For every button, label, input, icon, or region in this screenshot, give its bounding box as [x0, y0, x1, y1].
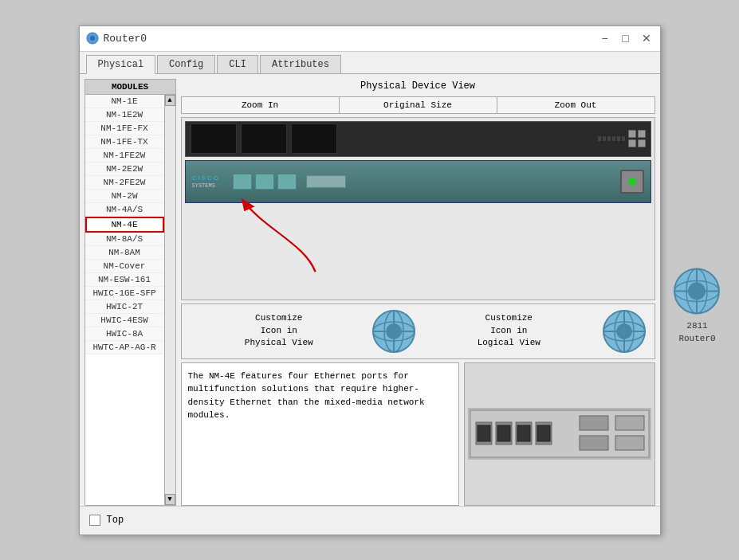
tab-cli[interactable]: CLI — [217, 55, 258, 73]
serial-ports — [306, 175, 346, 188]
cisco-logo: CISCO — [192, 174, 220, 182]
right-panel: Physical Device View Zoom In Original Si… — [181, 79, 655, 506]
port-row-1 — [628, 130, 646, 138]
top-right-ports — [628, 130, 646, 147]
title-bar: Router0 − □ ✕ — [80, 26, 660, 52]
main-window: Router0 − □ ✕ Physical Config CLI Attrib… — [79, 25, 661, 535]
power-button[interactable] — [620, 170, 644, 194]
module-item[interactable]: NM-2E2W — [85, 163, 164, 176]
module-item[interactable]: NM-1FE-FX — [85, 122, 164, 135]
cisco-branding: CISCO SYSTEMS — [192, 174, 220, 189]
vent-2 — [603, 136, 606, 141]
module-item[interactable]: NM-8AM — [85, 246, 164, 260]
physical-router-icon[interactable] — [370, 307, 418, 355]
main-port-2 — [255, 174, 274, 190]
logical-router-icon[interactable] — [600, 307, 648, 355]
vent-6 — [622, 136, 625, 141]
customize-logical-text: CustomizeIcon inLogical View — [418, 312, 600, 349]
description-row: The NM-4E features four Ethernet ports f… — [181, 362, 655, 506]
module-item[interactable]: HWIC-1GE-SFP — [85, 287, 164, 300]
cisco-subtitle: SYSTEMS — [192, 182, 215, 189]
module-item[interactable]: HWIC-2T — [85, 300, 164, 314]
module-item[interactable]: NM-Cover — [85, 260, 164, 273]
zoom-in-button[interactable]: Zoom In — [182, 97, 340, 113]
module-image-box — [464, 362, 655, 506]
scroll-track — [165, 106, 175, 494]
router-main-chassis: CISCO SYSTEMS — [185, 160, 651, 203]
svg-rect-27 — [517, 425, 530, 441]
top-checkbox[interactable] — [89, 515, 100, 526]
router-display: CISCO SYSTEMS — [181, 117, 655, 300]
svg-rect-23 — [615, 416, 644, 430]
tab-config[interactable]: Config — [157, 55, 215, 73]
module-description: The NM-4E features four Ethernet ports f… — [181, 362, 459, 506]
vent-4 — [612, 136, 615, 141]
slot-3 — [291, 123, 337, 154]
modules-scroll-wrapper: NM-1ENM-1E2WNM-1FE-FXNM-1FE-TXNM-1FE2WNM… — [85, 95, 175, 505]
modules-panel: MODULES NM-1ENM-1E2WNM-1FE-FXNM-1FE-TXNM… — [85, 79, 176, 506]
tab-attributes[interactable]: Attributes — [260, 55, 341, 73]
vent-1 — [598, 136, 601, 141]
module-item[interactable]: NM-8A/S — [85, 233, 164, 246]
module-item[interactable]: NM-2W — [85, 190, 164, 203]
vent-5 — [617, 136, 620, 141]
main-content: MODULES NM-1ENM-1E2WNM-1FE-FXNM-1FE-TXNM… — [80, 74, 660, 511]
svg-point-1 — [90, 36, 95, 41]
external-router-name: Router0 — [678, 333, 715, 343]
minimize-button[interactable]: − — [598, 31, 612, 45]
module-item[interactable]: NM-4E — [85, 217, 164, 233]
module-item[interactable]: NM-1E — [85, 95, 164, 108]
module-item[interactable]: NM-ESW-161 — [85, 273, 164, 287]
close-button[interactable]: ✕ — [639, 31, 654, 45]
chassis-right-ports — [598, 130, 646, 147]
module-item[interactable]: NM-4A/S — [85, 203, 164, 217]
original-size-button[interactable]: Original Size — [340, 97, 497, 113]
svg-rect-25 — [478, 425, 490, 441]
module-item[interactable]: NM-1FE-TX — [85, 135, 164, 149]
port-a1 — [628, 130, 636, 138]
power-led — [628, 178, 636, 186]
customize-physical-text: CustomizeIcon inPhysical View — [188, 312, 371, 349]
main-port-1 — [233, 174, 252, 190]
port-b2 — [638, 139, 646, 147]
module-item[interactable]: NM-2FE2W — [85, 176, 164, 190]
svg-rect-24 — [615, 436, 644, 450]
top-label: Top — [107, 515, 124, 526]
port-b1 — [628, 139, 636, 147]
svg-rect-28 — [537, 425, 550, 441]
module-item[interactable]: NM-1E2W — [85, 108, 164, 122]
external-router-model: 2811 — [686, 320, 707, 330]
power-area — [620, 170, 644, 194]
window-title: Router0 — [104, 33, 147, 45]
svg-rect-26 — [497, 425, 510, 441]
scroll-up-button[interactable]: ▲ — [165, 95, 175, 106]
serial-port-1 — [306, 175, 346, 188]
title-controls: − □ ✕ — [598, 31, 654, 45]
svg-rect-21 — [580, 416, 608, 430]
zoom-out-button[interactable]: Zoom Out — [497, 97, 654, 113]
modules-list: NM-1ENM-1E2WNM-1FE-FXNM-1FE-TXNM-1FE2WNM… — [85, 95, 164, 505]
port-a2 — [638, 130, 646, 138]
module-item[interactable]: HWIC-8A — [85, 327, 164, 341]
port-row-2 — [628, 139, 646, 147]
vent-3 — [607, 136, 611, 141]
tabs-bar: Physical Config CLI Attributes — [80, 52, 660, 74]
scrollbar[interactable]: ▲ ▼ — [164, 95, 175, 505]
router-chassis-top — [185, 121, 651, 157]
modules-header: MODULES — [85, 80, 175, 95]
scroll-down-button[interactable]: ▼ — [165, 494, 175, 505]
maximize-button[interactable]: □ — [619, 31, 633, 45]
window-icon — [86, 32, 99, 45]
slot-1 — [191, 123, 237, 154]
module-item[interactable]: HWTC-AP-AG-R — [85, 341, 164, 354]
external-router-icon — [671, 265, 723, 317]
zoom-buttons: Zoom In Original Size Zoom Out — [181, 96, 655, 114]
device-view-title: Physical Device View — [181, 79, 655, 93]
module-item[interactable]: NM-1FE2W — [85, 149, 164, 163]
svg-rect-22 — [580, 436, 608, 450]
external-router: 2811 Router0 — [671, 265, 723, 343]
module-item[interactable]: HWIC-4ESW — [85, 314, 164, 327]
tab-physical[interactable]: Physical — [86, 55, 156, 74]
module-image — [468, 408, 651, 460]
slot-2 — [241, 123, 287, 154]
